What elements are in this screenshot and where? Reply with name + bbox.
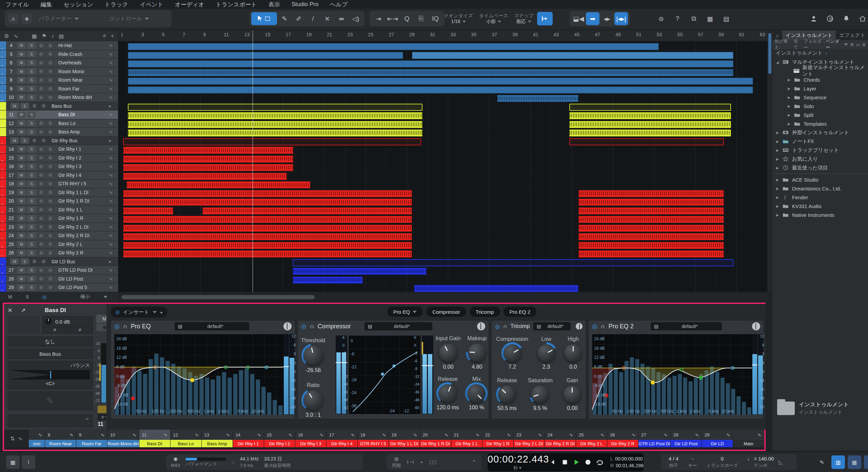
monitor-button[interactable] <box>48 113 52 117</box>
track-tab-Gtr Rhy 1 R[interactable]: 22∿Gtr Rhy 1 R <box>482 430 514 447</box>
clip[interactable] <box>128 78 753 85</box>
clip[interactable] <box>578 190 724 197</box>
record-arm-button[interactable] <box>39 242 43 246</box>
automation-curve-icon[interactable]: ∿ <box>14 33 18 39</box>
tree-item-Layer[interactable]: ▶Layer <box>772 84 868 93</box>
home-icon[interactable] <box>856 12 868 25</box>
mute-button[interactable]: M <box>17 198 26 204</box>
solo-button[interactable]: S <box>27 181 36 187</box>
track-color-chip[interactable] <box>0 197 6 205</box>
vertical-scrollbar[interactable] <box>767 30 772 292</box>
output-select[interactable]: Bass Bus <box>7 349 93 359</box>
record-arm-button[interactable] <box>39 277 43 281</box>
record-arm-button[interactable] <box>39 78 43 82</box>
monitor-button[interactable] <box>48 277 52 281</box>
track-tab-Gtr Rhy I 1[interactable]: 14∿Gtr Rhy I 1 <box>233 430 264 447</box>
headphone-icon[interactable]: ∩ <box>601 323 605 330</box>
tabstrip-scrollbar[interactable] <box>4 447 764 450</box>
record-arm-button[interactable] <box>39 199 43 203</box>
track-row-Gtr Rhy 2 L DI[interactable]: 23MSGtr Rhy 2 L DI∿ <box>0 223 118 232</box>
clip[interactable] <box>293 259 733 266</box>
track-row-Gtr Rhy I 3[interactable]: 16MSGtr Rhy I 3∿ <box>0 162 118 171</box>
preset-select[interactable]: ▤ default* <box>533 322 571 330</box>
clip[interactable] <box>123 216 412 223</box>
tree-item-お気に入り[interactable]: ▶お気に入り <box>772 155 868 163</box>
track-color-chip[interactable] <box>0 231 6 240</box>
menu-トラック[interactable]: トラック <box>105 1 129 8</box>
monitor-button[interactable] <box>48 61 52 65</box>
timeline-ruler[interactable]: 1357911131517192123252729313335373941434… <box>118 30 767 41</box>
mute-button[interactable]: M <box>17 206 26 213</box>
record-arm-button[interactable] <box>39 225 43 229</box>
ab-compare-icon[interactable] <box>477 322 485 330</box>
track-color-chip[interactable] <box>0 59 6 67</box>
chevron-up-icon[interactable]: ⌃ <box>472 459 476 465</box>
mixer-view-icon[interactable]: ▤ <box>719 12 733 25</box>
track-tab-Gtr LD Post[interactable]: 28∿Gtr LD Post <box>671 430 702 447</box>
wrench-icon[interactable]: ⚙ <box>850 42 854 47</box>
track-color-chip[interactable] <box>0 154 6 162</box>
clip[interactable] <box>123 242 412 249</box>
plugin-tab-Compressor[interactable]: Compressor <box>426 307 466 317</box>
tree-item-新規マルチインストゥルメント[interactable]: 新規マルチインストゥルメント <box>772 66 868 75</box>
eq-band-node[interactable] <box>622 366 626 370</box>
eq-band-node[interactable] <box>699 376 703 380</box>
loop-button[interactable] <box>595 456 605 468</box>
eq-band-node[interactable] <box>190 378 194 382</box>
clip[interactable] <box>123 207 173 214</box>
comp-tool-button[interactable]: ⇤⇥ <box>386 12 399 25</box>
menu-ファイル[interactable]: ファイル <box>5 1 29 8</box>
knob-control[interactable] <box>498 386 516 403</box>
solo-button[interactable]: S <box>27 215 36 222</box>
menu-表示[interactable]: 表示 <box>269 1 280 8</box>
solo-button[interactable]: S <box>27 232 36 239</box>
knob-control[interactable] <box>531 386 549 403</box>
track-row-Gtr Rhy 2 L[interactable]: 25MSGtr Rhy 2 L∿ <box>0 240 118 249</box>
mute-all-button[interactable]: M <box>8 294 12 300</box>
quantize-dropdown[interactable]: クオンタイズ 1/16 <box>441 13 476 24</box>
mute-button[interactable]: M <box>17 68 26 75</box>
track-tab-Room Far[interactable]: 9∿Room Far <box>76 430 107 447</box>
record-arm-button[interactable] <box>39 113 43 117</box>
pan-control[interactable]: バランス <C> <box>7 361 93 389</box>
track-row-Room Far[interactable]: 9MSRoom Far∿ <box>0 85 118 94</box>
page-scroll-button[interactable]: ⬓◀ <box>572 12 585 25</box>
monitor-button[interactable] <box>48 190 52 194</box>
track-row-Gtr LD Bus[interactable]: MSGtr LD Bus▸ <box>0 258 118 266</box>
knob-control[interactable] <box>438 384 457 403</box>
track-row-Gtr Rhy 1 L[interactable]: 21MSGtr Rhy 1 L∿ <box>0 206 118 214</box>
track-row-Gtr Rhy 1 L DI[interactable]: 19MSGtr Rhy 1 L DI∿ <box>0 188 118 197</box>
monitor-button[interactable] <box>48 268 52 272</box>
track-tab-Gtr LD[interactable]: 29∿Gtr LD <box>702 430 733 447</box>
clip[interactable] <box>123 190 412 197</box>
clip[interactable] <box>414 285 578 292</box>
record-arm-button[interactable] <box>33 104 36 108</box>
headphone-icon[interactable]: ∩ <box>310 323 314 330</box>
record-arm-button[interactable] <box>39 165 43 168</box>
close-icon[interactable]: ✕ <box>7 307 21 314</box>
record-arm-button[interactable] <box>39 208 43 211</box>
track-row-Bass Bus[interactable]: MSBass Bus▸ <box>0 102 118 111</box>
sort-all-option[interactable]: 全て <box>794 38 802 50</box>
knob-control[interactable] <box>564 386 581 403</box>
track-tab-Gtr Rhy 2 L DI[interactable]: 23∿Gtr Rhy 2 L DI <box>514 430 545 447</box>
add-track-icon[interactable]: + <box>111 33 114 39</box>
clip[interactable] <box>578 242 724 249</box>
menu-セッション[interactable]: セッション <box>64 1 93 8</box>
hscroll-thumb[interactable] <box>121 295 315 299</box>
pencil-tool-button[interactable]: ✎ <box>278 12 291 25</box>
power-icon[interactable]: ◎ <box>115 309 120 315</box>
record-arm-button[interactable] <box>39 147 43 151</box>
monitor-button[interactable] <box>48 147 52 151</box>
track-row-GTR RHY I 5[interactable]: 18MSGTR RHY I 5∿ <box>0 180 118 188</box>
timebase-dropdown[interactable]: タイムベース 小節 <box>476 13 511 24</box>
horizontal-scrollbar[interactable] <box>118 293 767 301</box>
monitor-button[interactable] <box>48 286 52 289</box>
mute-button[interactable]: M <box>17 146 26 152</box>
time-display[interactable]: 00:00:22.443 秒 ▾ <box>488 454 547 471</box>
mute-button[interactable]: M <box>10 103 19 109</box>
mute-button[interactable]: M <box>17 77 26 83</box>
clip[interactable] <box>123 164 293 171</box>
clip[interactable] <box>128 69 734 76</box>
phase-right-button[interactable]: ø <box>67 327 93 333</box>
